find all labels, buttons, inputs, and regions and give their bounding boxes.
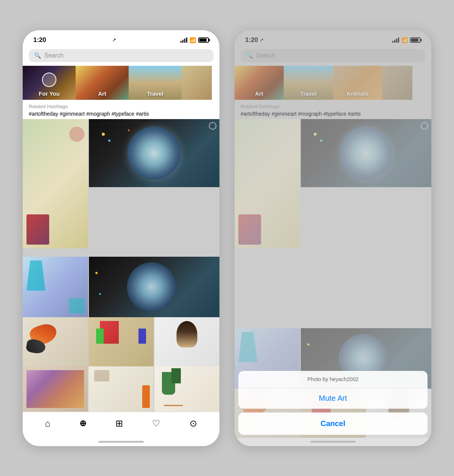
hashtags-section-1: Related Hashtags #artoftheday #gimmeart … (23, 100, 219, 119)
nav-search[interactable]: ⊕ (75, 417, 91, 430)
category-art-label-1: Art (76, 87, 129, 100)
grid-cell-6 (89, 317, 154, 366)
status-icons-1: 📶 (180, 37, 209, 43)
home-icon: ⌂ (45, 418, 51, 429)
phone-1: 1:20 ↗ 📶 🔍 Search For You Art (23, 30, 219, 446)
grid-cell-3 (23, 257, 88, 317)
nav-profile[interactable]: ⊙ (185, 417, 202, 430)
search-bar-1[interactable]: 🔍 Search (29, 49, 213, 62)
add-icon: ⊞ (115, 418, 123, 429)
grid-cell-9 (89, 366, 154, 412)
nav-add[interactable]: ⊞ (111, 417, 127, 430)
action-sheet: Photo by heyach2002 Mute Art Cancel (238, 371, 428, 435)
heart-icon: ♡ (152, 418, 160, 429)
nav-heart[interactable]: ♡ (148, 417, 165, 430)
grid-cell-4 (89, 257, 219, 317)
home-bar-1 (98, 441, 144, 443)
hashtags-label-1: Related Hashtags (29, 104, 213, 109)
action-sheet-cancel: Cancel (238, 412, 428, 435)
category-travel-1[interactable]: Travel (129, 66, 182, 100)
grid-cell-10 (154, 366, 219, 412)
action-sheet-card: Photo by heyach2002 Mute Art (238, 371, 428, 409)
search-icon-1: 🔍 (34, 52, 41, 59)
mute-art-button[interactable]: Mute Art (238, 388, 428, 409)
status-bar-1: 1:20 ↗ 📶 (23, 30, 219, 47)
cancel-button[interactable]: Cancel (238, 412, 428, 435)
location-icon-1: ↗ (112, 37, 116, 43)
grid-cell-7 (154, 317, 219, 366)
search-bar-container-1: 🔍 Search (23, 47, 219, 66)
category-more-1[interactable] (182, 66, 212, 100)
search-nav-icon: ⊕ (79, 419, 86, 428)
signal-icon-1 (180, 37, 187, 43)
battery-icon-1 (198, 37, 209, 43)
wifi-icon-1: 📶 (190, 37, 196, 43)
category-for-you[interactable]: For You (23, 66, 76, 100)
nav-home[interactable]: ⌂ (40, 417, 55, 430)
grid-cell-8 (23, 366, 88, 412)
action-sheet-title: Photo by heyach2002 (238, 371, 428, 388)
grid-cell-5 (23, 317, 88, 366)
status-time-1: 1:20 (33, 36, 46, 44)
grid-cell-2 (89, 119, 219, 187)
category-travel-label-1: Travel (129, 87, 182, 100)
phone-2: 1:20 ↗ 📶 🔍 Search Art Travel (235, 30, 431, 446)
action-sheet-overlay: Photo by heyach2002 Mute Art Cancel (235, 30, 431, 446)
for-you-circle (42, 73, 56, 87)
categories-row-1: For You Art Travel (23, 66, 219, 100)
profile-icon: ⊙ (190, 418, 197, 429)
category-for-you-label: For You (23, 87, 76, 100)
home-indicator-1 (23, 438, 219, 446)
nav-bar-1: ⌂ ⊕ ⊞ ♡ ⊙ (23, 412, 219, 438)
hashtags-text-1: #artoftheday #gimmeart #mograph #typefac… (29, 111, 213, 117)
search-placeholder-1: Search (44, 52, 64, 59)
category-art-1[interactable]: Art (76, 66, 129, 100)
grid-cell-1 (23, 119, 88, 248)
